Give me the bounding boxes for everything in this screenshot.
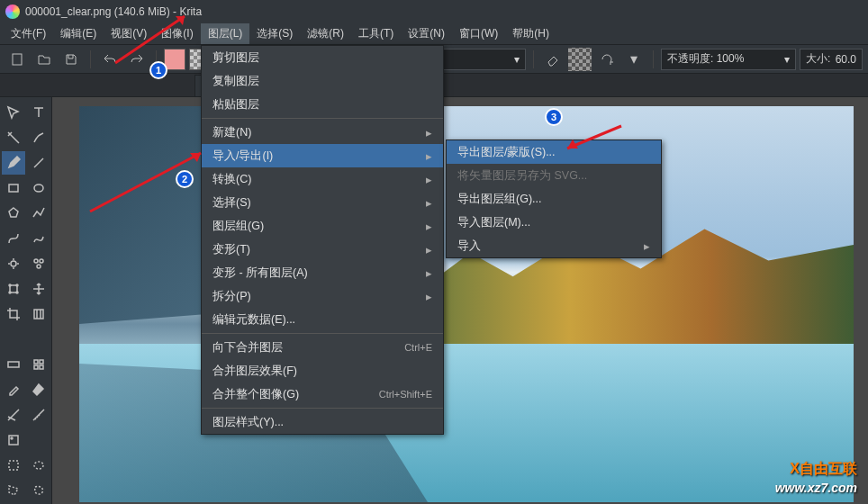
menu-window[interactable]: 窗口(W): [452, 23, 505, 44]
submenu-arrow-icon: ▸: [426, 243, 432, 256]
svg-point-19: [11, 437, 13, 439]
svg-rect-14: [34, 360, 38, 364]
calligraphy-tool-icon[interactable]: [27, 126, 50, 149]
layer-menu-item[interactable]: 变形(T)▸: [202, 238, 443, 261]
menu-edit[interactable]: 编辑(E): [53, 23, 104, 44]
svg-point-3: [11, 261, 16, 266]
polygon-tool-icon[interactable]: [2, 202, 25, 225]
bezier-tool-icon[interactable]: [2, 227, 25, 250]
chevron-down-icon: ▾: [514, 53, 520, 66]
menu-tool[interactable]: 工具(T): [351, 23, 401, 44]
watermark-brand: X自由互联: [790, 460, 857, 479]
measure-tool-icon[interactable]: [27, 403, 50, 427]
annotation-marker-2: 2: [176, 170, 194, 188]
svg-point-6: [37, 265, 41, 268]
svg-line-22: [115, 16, 185, 63]
svg-rect-15: [40, 360, 43, 364]
submenu-item[interactable]: 导出图层组(G)...: [447, 187, 661, 211]
watermark-url: www.xz7.com: [775, 481, 857, 495]
poly-select-tool-icon[interactable]: [2, 479, 25, 502]
layer-menu-item[interactable]: 编辑元数据(E)...: [202, 308, 443, 331]
layer-menu-item[interactable]: 拆分(P)▸: [202, 284, 443, 308]
layer-menu-item[interactable]: 向下合并图层Ctrl+E: [202, 336, 443, 359]
submenu-item: 将矢量图层另存为 SVG...: [447, 164, 661, 187]
layer-menu-item[interactable]: 变形 - 所有图层(A)▸: [202, 261, 443, 284]
menu-help[interactable]: 帮助(H): [505, 23, 556, 44]
svg-rect-13: [8, 362, 19, 367]
crop-tool-icon[interactable]: [2, 302, 25, 326]
move-layer-tool-icon[interactable]: [27, 277, 50, 301]
eraser-mode-icon[interactable]: [541, 48, 565, 71]
gradient-tool-icon[interactable]: [2, 353, 25, 376]
ellipse-tool-icon[interactable]: [27, 176, 50, 200]
freehand-path-tool-icon[interactable]: [27, 227, 50, 250]
layer-menu-item[interactable]: 导入/导出(I)▸: [202, 144, 443, 167]
layer-menu-item[interactable]: 复制图层: [202, 69, 443, 93]
annotation-marker-1: 1: [149, 61, 167, 79]
new-file-icon[interactable]: [5, 48, 29, 71]
submenu-arrow-icon: ▸: [426, 173, 432, 186]
alpha-lock-icon[interactable]: [568, 48, 592, 71]
svg-point-2: [34, 184, 43, 192]
layer-menu-item[interactable]: 合并图层效果(F): [202, 359, 443, 382]
lasso-select-tool-icon[interactable]: [27, 479, 50, 502]
svg-rect-0: [13, 54, 22, 65]
opacity-slider[interactable]: 不透明度: 100%▾: [661, 49, 796, 70]
save-icon[interactable]: [59, 48, 83, 71]
layer-menu-item[interactable]: 图层组(G)▸: [202, 214, 443, 238]
layer-menu-item[interactable]: 转换(C)▸: [202, 167, 443, 191]
menu-layer[interactable]: 图层(L): [201, 23, 250, 44]
submenu-item[interactable]: 导入图层(M)...: [447, 211, 661, 234]
ellipse-select-tool-icon[interactable]: [27, 454, 50, 477]
rect-select-tool-icon[interactable]: [2, 454, 25, 477]
transform-tool-icon[interactable]: [2, 277, 25, 301]
svg-point-5: [40, 259, 43, 263]
multibrush-tool-icon[interactable]: [27, 252, 50, 275]
smart-fill-tool-icon[interactable]: [27, 378, 50, 401]
svg-point-9: [16, 284, 18, 286]
annotation-marker-3: 3: [545, 108, 563, 126]
menu-settings[interactable]: 设置(N): [401, 23, 452, 44]
layer-menu-item[interactable]: 选择(S)▸: [202, 191, 443, 214]
svg-point-8: [9, 284, 11, 286]
layer-menu-item[interactable]: 剪切图层: [202, 46, 443, 69]
ref-tool-icon[interactable]: [2, 428, 25, 452]
reload-brush-icon[interactable]: [595, 48, 619, 71]
line-tool-icon[interactable]: [27, 151, 50, 175]
brush-tool-icon[interactable]: [2, 151, 25, 175]
text-tool-icon[interactable]: [27, 101, 50, 124]
layer-menu-item[interactable]: 新建(N)▸: [202, 121, 443, 144]
edit-shape-tool-icon[interactable]: [2, 126, 25, 149]
submenu-arrow-icon: ▸: [426, 196, 432, 210]
svg-point-10: [9, 292, 11, 293]
menu-file[interactable]: 文件(F): [4, 23, 53, 44]
open-file-icon[interactable]: [32, 48, 56, 71]
crop2-tool-icon[interactable]: [27, 302, 50, 326]
menu-select[interactable]: 选择(S): [249, 23, 300, 44]
svg-point-11: [16, 292, 18, 293]
menu-filter[interactable]: 滤镜(R): [300, 23, 351, 44]
svg-rect-12: [34, 310, 43, 319]
submenu-item[interactable]: 导入▸: [447, 234, 661, 257]
color-picker-tool-icon[interactable]: [2, 378, 25, 401]
move-tool-icon[interactable]: [2, 101, 25, 124]
annotation-arrow-1: [111, 0, 201, 68]
layer-menu-item[interactable]: 图层样式(Y)...: [202, 410, 443, 434]
app-logo-icon: [5, 4, 20, 19]
layer-menu-item[interactable]: 粘贴图层: [202, 93, 443, 116]
polyline-tool-icon[interactable]: [27, 202, 50, 225]
brush-size-input[interactable]: 大小:60.0: [800, 49, 863, 70]
toolbox: [0, 97, 52, 504]
layer-menu-item[interactable]: 合并整个图像(G)Ctrl+Shift+E: [202, 382, 443, 406]
assist-tool-icon[interactable]: [2, 403, 25, 427]
pattern-edit-tool-icon[interactable]: [27, 353, 50, 376]
submenu-arrow-icon: ▸: [426, 266, 432, 280]
layer-menu: 剪切图层复制图层粘贴图层新建(N)▸导入/导出(I)▸转换(C)▸选择(S)▸图…: [201, 45, 444, 435]
chevron-down-icon[interactable]: ▾: [622, 48, 646, 71]
submenu-arrow-icon: ▸: [426, 149, 432, 163]
dynamic-brush-tool-icon[interactable]: [2, 252, 25, 275]
submenu-arrow-icon: ▸: [644, 239, 650, 253]
rect-tool-icon[interactable]: [2, 176, 25, 200]
svg-rect-17: [40, 365, 43, 369]
svg-point-4: [34, 259, 38, 263]
